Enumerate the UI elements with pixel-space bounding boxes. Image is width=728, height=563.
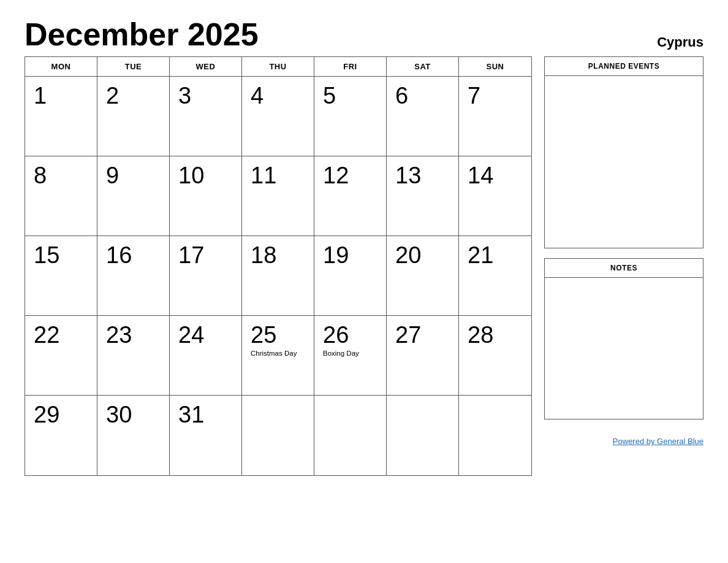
- day-number: 11: [251, 164, 305, 187]
- calendar-day-1: 1: [25, 77, 97, 156]
- day-number: 8: [34, 164, 88, 187]
- day-header-wed: WED: [170, 57, 242, 76]
- day-number: 1: [34, 84, 88, 107]
- day-number: 30: [106, 403, 161, 426]
- notes-body: [545, 278, 703, 419]
- calendar-day-27: 27: [387, 316, 459, 396]
- calendar-day-28: 28: [459, 316, 531, 396]
- planned-events-box: PLANNED EVENTS: [544, 56, 703, 248]
- day-number: 6: [395, 84, 450, 107]
- powered-by: Powered by General Blue: [544, 435, 703, 446]
- holiday-label: Christmas Day: [251, 349, 305, 358]
- calendar-day-26: 26Boxing Day: [314, 316, 387, 396]
- calendar-day-15: 15: [25, 236, 97, 316]
- calendar-day-21: 21: [459, 236, 531, 316]
- calendar-day-23: 23: [97, 316, 170, 396]
- calendar-day-empty: [314, 396, 387, 475]
- day-header-thu: THU: [242, 57, 314, 76]
- day-number: 24: [178, 323, 233, 347]
- calendar-day-30: 30: [97, 396, 170, 475]
- day-number: 25: [251, 323, 305, 347]
- calendar-day-2: 2: [97, 77, 170, 156]
- calendar-day-4: 4: [242, 77, 314, 156]
- day-number: 7: [468, 84, 523, 107]
- day-number: 22: [34, 323, 88, 347]
- day-number: 4: [251, 84, 305, 107]
- day-headers: MONTUEWEDTHUFRISATSUN: [25, 57, 531, 77]
- day-number: 23: [106, 323, 161, 347]
- day-number: 27: [395, 323, 450, 347]
- day-number: 28: [468, 323, 523, 347]
- page-header: December 2025 Cyprus: [25, 18, 703, 50]
- day-header-sun: SUN: [459, 57, 531, 76]
- calendar-day-22: 22: [25, 316, 97, 396]
- holiday-label: Boxing Day: [323, 349, 377, 358]
- day-header-fri: FRI: [314, 57, 387, 76]
- day-number: 12: [323, 164, 377, 187]
- planned-events-body: [545, 76, 703, 248]
- sidebar: PLANNED EVENTS NOTES Powered by General …: [544, 56, 703, 446]
- day-number: 29: [34, 403, 88, 426]
- day-header-tue: TUE: [97, 57, 170, 76]
- calendar-day-14: 14: [459, 156, 531, 236]
- calendar-day-11: 11: [242, 156, 314, 236]
- calendar-day-20: 20: [387, 236, 459, 316]
- calendar-day-16: 16: [97, 236, 170, 316]
- calendar-day-17: 17: [170, 236, 242, 316]
- calendar-day-18: 18: [242, 236, 314, 316]
- calendar-day-empty: [242, 396, 314, 475]
- calendar-day-5: 5: [314, 77, 387, 156]
- country-name: Cyprus: [657, 34, 703, 50]
- notes-box: NOTES: [544, 258, 703, 419]
- calendar-day-19: 19: [314, 236, 387, 316]
- day-header-mon: MON: [25, 57, 97, 76]
- notes-header: NOTES: [545, 259, 703, 278]
- day-number: 13: [395, 164, 450, 187]
- calendar-day-7: 7: [459, 77, 531, 156]
- day-number: 18: [251, 243, 305, 267]
- calendar-day-24: 24: [170, 316, 242, 396]
- day-number: 17: [178, 243, 233, 267]
- planned-events-header: PLANNED EVENTS: [545, 57, 703, 76]
- month-title: December 2025: [25, 18, 259, 50]
- day-number: 20: [395, 243, 450, 267]
- day-number: 15: [34, 243, 88, 267]
- calendar-day-3: 3: [170, 77, 242, 156]
- day-number: 16: [106, 243, 161, 267]
- calendar: MONTUEWEDTHUFRISATSUN 123456789101112131…: [25, 56, 532, 476]
- calendar-day-10: 10: [170, 156, 242, 236]
- powered-by-link[interactable]: Powered by General Blue: [613, 437, 703, 446]
- calendar-day-12: 12: [314, 156, 387, 236]
- calendar-day-6: 6: [387, 77, 459, 156]
- day-number: 3: [178, 84, 233, 107]
- calendar-day-9: 9: [97, 156, 170, 236]
- calendar-grid: 1234567891011121314151617181920212223242…: [25, 77, 531, 475]
- calendar-day-empty: [459, 396, 531, 475]
- calendar-day-13: 13: [387, 156, 459, 236]
- day-number: 19: [323, 243, 377, 267]
- day-number: 26: [323, 323, 377, 347]
- calendar-day-8: 8: [25, 156, 97, 236]
- day-number: 31: [178, 403, 233, 426]
- calendar-day-25: 25Christmas Day: [242, 316, 314, 396]
- main-layout: MONTUEWEDTHUFRISATSUN 123456789101112131…: [25, 56, 703, 476]
- day-number: 2: [106, 84, 161, 107]
- day-number: 9: [106, 164, 161, 187]
- day-number: 5: [323, 84, 377, 107]
- day-number: 21: [468, 243, 523, 267]
- calendar-day-empty: [387, 396, 459, 475]
- calendar-day-29: 29: [25, 396, 97, 475]
- day-number: 14: [468, 164, 523, 187]
- day-header-sat: SAT: [387, 57, 459, 76]
- calendar-day-31: 31: [170, 396, 242, 475]
- day-number: 10: [178, 164, 233, 187]
